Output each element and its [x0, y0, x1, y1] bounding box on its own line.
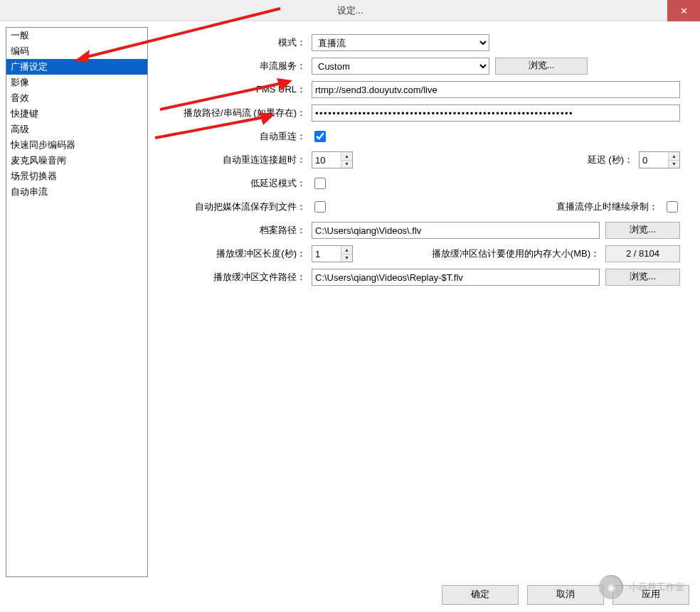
mem-label: 播放缓冲区估计要使用的内存大小(MB)：	[359, 247, 600, 260]
spin-up-icon[interactable]: ▲	[341, 152, 352, 161]
replay-label: 播放缓冲区文件路径：	[169, 271, 312, 284]
wechat-icon: ◉	[599, 575, 623, 599]
keeprec-label: 直播流停止时继续录制：	[556, 200, 658, 213]
cancel-button[interactable]: 取消	[527, 585, 604, 605]
retry-label: 自动重连连接超时：	[169, 154, 312, 166]
delay-label: 延迟 (秒)：	[588, 154, 633, 166]
fms-url-label: FMS URL：	[169, 83, 312, 96]
spin-up-icon[interactable]: ▲	[341, 246, 352, 254]
browse-replay-button[interactable]: 浏览...	[605, 269, 680, 286]
sidebar-item-broadcast[interactable]: 广播设定	[6, 59, 147, 75]
spin-down-icon[interactable]: ▼	[341, 161, 352, 168]
settings-form: 模式： 直播流 串流服务： Custom 浏览... FMS URL： 播放路径…	[148, 27, 694, 570]
keeprec-checkbox[interactable]	[667, 201, 678, 213]
sidebar-item-quicksync[interactable]: 快速同步编码器	[6, 137, 147, 153]
close-icon: ✕	[680, 6, 688, 16]
mode-select[interactable]: 直播流	[312, 34, 489, 51]
delay-stepper[interactable]: ▲▼	[639, 151, 680, 168]
sidebar-item-advanced[interactable]: 高级	[6, 122, 147, 137]
sidebar-item-autostream[interactable]: 自动串流	[6, 184, 147, 200]
mem-value: 2 / 8104	[605, 245, 680, 262]
sidebar-item-audio[interactable]: 音效	[6, 90, 147, 106]
sidebar-item-video[interactable]: 影像	[6, 75, 147, 90]
titlebar: 设定... ✕	[0, 0, 700, 21]
watermark: ◉ 小葫芦工作室	[599, 575, 684, 599]
spin-up-icon[interactable]: ▲	[669, 152, 679, 161]
playpath-input[interactable]	[312, 104, 680, 122]
filepath-label: 档案路径：	[169, 224, 312, 237]
service-label: 串流服务：	[169, 60, 312, 73]
sidebar-item-noisegate[interactable]: 麦克风噪音闸	[6, 153, 147, 168]
ok-button[interactable]: 确定	[442, 585, 519, 605]
autoreconnect-label: 自动重连：	[169, 130, 312, 143]
sidebar-item-general[interactable]: 一般	[6, 28, 147, 43]
retry-stepper[interactable]: ▲▼	[312, 151, 353, 168]
delay-input[interactable]	[640, 152, 668, 168]
watermark-text: 小葫芦工作室	[629, 581, 684, 594]
filepath-input[interactable]	[312, 222, 600, 239]
spin-down-icon[interactable]: ▼	[669, 161, 679, 168]
replay-input[interactable]	[312, 269, 600, 286]
retry-input[interactable]	[312, 152, 341, 168]
spin-down-icon[interactable]: ▼	[341, 254, 352, 262]
window-title: 设定...	[337, 4, 364, 17]
savefile-checkbox[interactable]	[314, 201, 326, 213]
sidebar-item-encoding[interactable]: 编码	[6, 43, 147, 59]
sidebar-item-scene-switcher[interactable]: 场景切换器	[6, 168, 147, 184]
autoreconnect-checkbox[interactable]	[314, 131, 326, 142]
sidebar: 一般 编码 广播设定 影像 音效 快捷键 高级 快速同步编码器 麦克风噪音闸 场…	[6, 27, 148, 577]
close-button[interactable]: ✕	[667, 0, 700, 21]
service-select[interactable]: Custom	[312, 58, 489, 75]
savefile-label: 自动把媒体流保存到文件：	[169, 200, 312, 213]
browse-filepath-button[interactable]: 浏览...	[605, 222, 680, 239]
buflen-label: 播放缓冲区长度(秒)：	[169, 247, 312, 260]
mode-label: 模式：	[169, 36, 312, 49]
lowlatency-label: 低延迟模式：	[169, 177, 312, 190]
fms-url-input[interactable]	[312, 81, 680, 98]
playpath-label: 播放路径/串码流 (如果存在)：	[169, 107, 312, 119]
buflen-input[interactable]	[312, 246, 341, 262]
sidebar-item-hotkeys[interactable]: 快捷键	[6, 106, 147, 122]
browse-service-button[interactable]: 浏览...	[495, 58, 588, 75]
buflen-stepper[interactable]: ▲▼	[312, 245, 353, 262]
lowlatency-checkbox[interactable]	[314, 178, 326, 189]
